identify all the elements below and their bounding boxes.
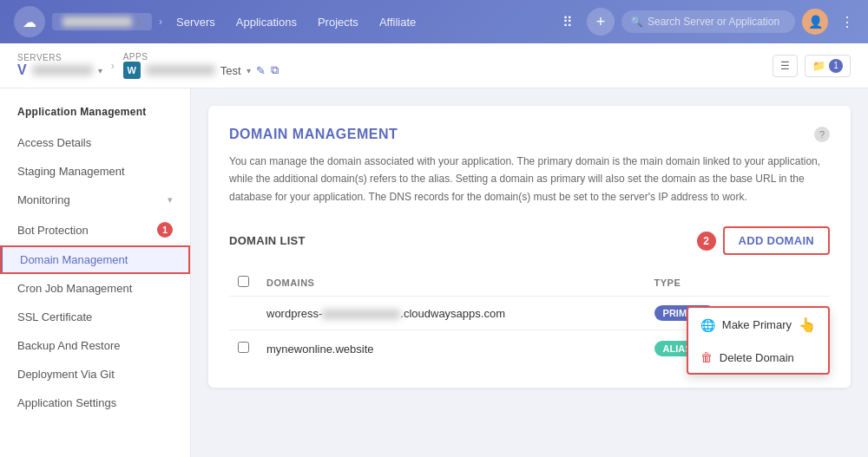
- select-all-header: [229, 269, 258, 297]
- app-value[interactable]: W Test ▾ ✎ ⧉: [123, 62, 279, 79]
- context-menu: 🌐 Make Primary 👆 🗑 Delete Domain: [687, 306, 830, 375]
- row2-checkbox-cell: [229, 330, 258, 368]
- logo[interactable]: ☁: [14, 6, 45, 37]
- sidebar-item-monitoring[interactable]: Monitoring ▾: [0, 186, 190, 214]
- server-breadcrumb[interactable]: ▾: [52, 13, 152, 30]
- sidebar-label: Access Details: [17, 136, 91, 149]
- servers-breadcrumb-section: Servers V ▾: [17, 53, 102, 78]
- table-row: mynewonline.website ALIAS 3 🌐: [229, 330, 830, 368]
- domain-row1-name: wordpress-.cloudwaysapps.com: [258, 297, 646, 330]
- avatar[interactable]: 👤: [802, 9, 828, 35]
- domain-row2-name: mynewonline.website: [258, 330, 646, 368]
- main-layout: Application Management Access Details St…: [0, 88, 868, 457]
- search-input[interactable]: [621, 10, 795, 33]
- domain-list-header: DOMAIN LIST 2 ADD DOMAIN: [229, 226, 830, 255]
- domains-column-header: DOMAINS: [258, 269, 646, 297]
- vultr-icon: V: [17, 62, 27, 78]
- chevron-down-icon: ▾: [137, 17, 141, 27]
- sidebar-item-domain-management[interactable]: Domain Management: [0, 245, 190, 274]
- nav-applications[interactable]: Applications: [236, 16, 297, 29]
- domain-management-card: DOMAIN MANAGEMENT ? You can manage the d…: [208, 106, 851, 388]
- sidebar-label: SSL Certificate: [17, 310, 92, 323]
- server-name: [32, 65, 93, 75]
- row2-checkbox[interactable]: [238, 342, 249, 353]
- make-primary-menu-item[interactable]: 🌐 Make Primary 👆: [688, 308, 828, 342]
- breadcrumb-separator: ›: [159, 16, 162, 28]
- add-domain-button[interactable]: ADD DOMAIN: [723, 226, 831, 255]
- app-test-label: Test: [220, 64, 241, 77]
- sidebar-item-app-settings[interactable]: Application Settings: [0, 388, 190, 417]
- select-all-checkbox[interactable]: [238, 276, 249, 287]
- sidebar-label: Backup And Restore: [17, 339, 121, 352]
- breadcrumb-bar: Servers V ▾ › Apps W Test ▾ ✎ ⧉ ☰ 📁 1: [0, 43, 868, 88]
- trash-icon: 🗑: [700, 350, 713, 364]
- sidebar-label: Monitoring: [17, 193, 70, 206]
- logo-icon: ☁: [14, 6, 45, 37]
- sidebar-label: Cron Job Management: [17, 282, 132, 295]
- breadcrumb-arrow: ›: [111, 60, 115, 72]
- grid-icon[interactable]: ⠿: [556, 7, 580, 37]
- sidebar-label: Application Settings: [17, 396, 116, 409]
- search-icon: 🔍: [630, 16, 643, 28]
- step-2-badge: 2: [697, 232, 716, 251]
- sidebar-item-cron-job[interactable]: Cron Job Management: [0, 274, 190, 303]
- domain-list-label: DOMAIN LIST: [229, 234, 306, 247]
- bot-protection-badge: 1: [157, 222, 173, 238]
- cursor-icon: 👆: [799, 317, 816, 333]
- globe-icon: 🌐: [700, 318, 715, 332]
- servers-label: Servers: [17, 53, 102, 62]
- delete-domain-menu-item[interactable]: 🗑 Delete Domain: [688, 342, 828, 373]
- server-dropdown-icon[interactable]: ▾: [98, 66, 102, 75]
- add-button[interactable]: +: [587, 8, 615, 36]
- page-title: DOMAIN MANAGEMENT: [229, 127, 398, 142]
- chevron-down-icon: ▾: [168, 194, 173, 206]
- app-name: [146, 65, 215, 75]
- apps-label: Apps: [123, 52, 279, 62]
- sidebar-item-ssl-certificate[interactable]: SSL Certificate: [0, 303, 190, 331]
- actions-column-header: [764, 269, 830, 297]
- card-description: You can manage the domain associated wit…: [229, 153, 830, 206]
- domain-table: DOMAINS TYPE wordpress-.cloudwaysapps.co…: [229, 269, 830, 367]
- sidebar-item-bot-protection[interactable]: Bot Protection 1: [0, 214, 190, 245]
- apps-breadcrumb-section: Apps W Test ▾ ✎ ⧉: [123, 52, 279, 79]
- nav-servers[interactable]: Servers: [176, 16, 215, 29]
- nav-affiliate[interactable]: Affiliate: [379, 16, 416, 29]
- top-navigation: ☁ ▾ › Servers Applications Projects Affi…: [0, 0, 868, 43]
- sidebar-item-backup-restore[interactable]: Backup And Restore: [0, 331, 190, 360]
- make-primary-label: Make Primary: [722, 318, 792, 331]
- folder-view-button[interactable]: 📁 1: [805, 55, 851, 77]
- sidebar-label: Deployment Via Git: [17, 368, 115, 381]
- edit-icon[interactable]: ✎: [256, 64, 266, 77]
- sidebar-label: Bot Protection: [17, 224, 89, 237]
- breadcrumb-right-actions: ☰ 📁 1: [773, 55, 851, 77]
- nav-links: Servers Applications Projects Affiliate: [176, 16, 416, 29]
- wordpress-icon: W: [123, 62, 141, 79]
- row1-checkbox-cell: [229, 297, 258, 330]
- app-dropdown-icon[interactable]: ▾: [247, 66, 251, 75]
- type-column-header: TYPE: [646, 269, 765, 297]
- sidebar-label: Staging Management: [17, 165, 125, 178]
- sidebar-section-title: Application Management: [0, 106, 190, 128]
- sidebar-item-deployment[interactable]: Deployment Via Git: [0, 360, 190, 388]
- domain-row2-actions: 3 🌐 Make Primary 👆: [764, 330, 830, 368]
- main-content: DOMAIN MANAGEMENT ? You can manage the d…: [191, 88, 868, 457]
- sidebar-label: Domain Management: [20, 253, 128, 266]
- help-icon[interactable]: ?: [814, 127, 830, 142]
- sidebar: Application Management Access Details St…: [0, 88, 191, 457]
- list-view-button[interactable]: ☰: [773, 55, 798, 77]
- sidebar-item-access-details[interactable]: Access Details: [0, 128, 190, 157]
- more-options-icon[interactable]: ⋮: [840, 14, 854, 30]
- server-value[interactable]: V ▾: [17, 62, 102, 78]
- folder-count-badge: 1: [829, 59, 843, 73]
- delete-domain-label: Delete Domain: [720, 351, 794, 364]
- nav-projects[interactable]: Projects: [318, 16, 358, 29]
- sidebar-item-staging-management[interactable]: Staging Management: [0, 157, 190, 186]
- external-link-icon[interactable]: ⧉: [271, 63, 279, 77]
- search-wrapper: 🔍: [621, 10, 795, 33]
